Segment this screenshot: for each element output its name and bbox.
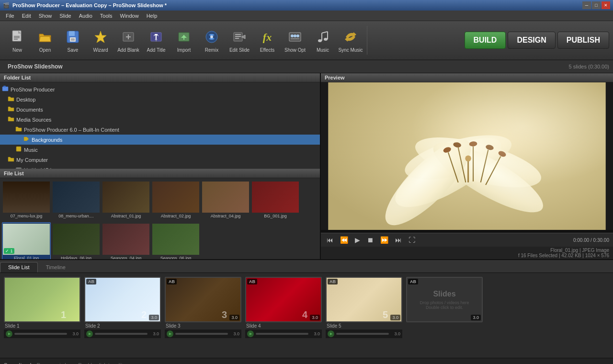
soundtrack-bar[interactable]: Soundtrack Drop music here. Double click… — [0, 358, 613, 364]
file-grid[interactable]: 07_menu-lux.jpg08_menu-urban....Abstract… — [0, 178, 320, 259]
slide-progress-s3: ▶ 3.0 — [165, 330, 241, 338]
preview-next-frame[interactable]: ⏩ — [378, 235, 390, 245]
toolbar-btn-add-title[interactable]: TAdd Title — [143, 23, 170, 57]
file-thumb-f8[interactable]: Holidays_06.jpg — [52, 222, 101, 259]
toolbar-separator — [367, 26, 367, 55]
svg-rect-4 — [14, 39, 18, 40]
toolbar-btn-import[interactable]: Import — [170, 23, 197, 57]
slide-progress-s4: ▶ 3.0 — [245, 330, 322, 338]
add-title-icon: T — [148, 28, 165, 46]
folder-item-desktop[interactable]: Desktop — [0, 94, 320, 104]
slide-item-s2[interactable]: AB3.02Slide 2 ▶ 3.0 — [84, 277, 161, 354]
svg-rect-26 — [235, 38, 239, 39]
minimize-button[interactable]: ─ — [582, 1, 591, 9]
menu-item-edit[interactable]: Edit — [18, 12, 35, 20]
menu-item-file[interactable]: File — [2, 12, 18, 20]
file-thumb-f1[interactable]: 07_menu-lux.jpg — [2, 180, 51, 221]
placeholder-hint2: Double click to edit. — [426, 305, 463, 310]
toolbar-btn-new[interactable]: New — [4, 23, 31, 57]
file-thumb-img-f8 — [53, 224, 100, 255]
tab-slide-list[interactable]: Slide List — [0, 262, 38, 273]
timeline-tabs: Slide ListTimeline — [0, 260, 613, 273]
slide-play-s3[interactable]: ▶ — [167, 330, 173, 337]
main-area: Folder List ProShow ProducerDesktopDocum… — [0, 73, 613, 364]
toolbar-btn-add-blank[interactable]: Add Blank — [115, 23, 142, 57]
ab-badge-s2: AB — [86, 279, 96, 284]
slide-play-s5[interactable]: ▶ — [328, 330, 334, 337]
toolbar-btn-remix[interactable]: Remix — [198, 23, 225, 57]
slide-play-s4[interactable]: ▶ — [247, 330, 254, 337]
slide-item-s1[interactable]: 1Slide 1 ▶ 3.0 — [4, 277, 80, 354]
preview-fullscreen[interactable]: ⛶ — [407, 235, 417, 245]
slide-dur-s5: 3.0 — [391, 331, 400, 336]
folder-item-my-computer[interactable]: My Computer — [0, 155, 320, 165]
folder-item-backgrounds[interactable]: Backgrounds — [0, 135, 320, 145]
folder-tree[interactable]: ProShow ProducerDesktopDocumentsMedia So… — [0, 82, 320, 169]
mode-btn-design[interactable]: DESIGN — [508, 32, 555, 49]
slide-bar-s1 — [14, 333, 67, 335]
menu-item-tools[interactable]: Tools — [96, 12, 116, 20]
file-thumb-img-f2 — [53, 182, 100, 213]
menu-item-audio[interactable]: Audio — [75, 12, 96, 20]
file-thumb-f9[interactable]: Seasons_04.jpg — [102, 222, 150, 259]
menu-item-window[interactable]: Window — [116, 12, 143, 20]
menu-item-show[interactable]: Show — [35, 12, 56, 20]
file-thumb-f5[interactable]: Abstract_04.jpg — [201, 180, 250, 221]
toolbar-btn-sync-music[interactable]: Sync Music — [337, 23, 364, 57]
file-thumb-f3[interactable]: Abstract_01.jpg — [102, 180, 150, 221]
open-icon — [36, 28, 54, 46]
folder-item-documents[interactable]: Documents — [0, 104, 320, 114]
title-bar: 🎬 ProShow Producer – Evaluation Copy – P… — [0, 0, 613, 11]
toolbar-btn-music[interactable]: Music — [309, 23, 336, 57]
file-label-f9: Seasons_04.jpg — [103, 256, 149, 259]
preview-prev-frame[interactable]: ⏪ — [338, 235, 350, 245]
slide-list-area[interactable]: 1Slide 1 ▶ 3.0 AB3.02Slide 2 ▶ 3.0 AB3.0… — [0, 273, 613, 358]
ab-badge-s5: AB — [328, 279, 338, 284]
toolbar-btn-edit-slide[interactable]: Edit Slide — [226, 23, 253, 57]
maximize-button[interactable]: □ — [592, 1, 601, 9]
folder-item-drive-c[interactable]: Untitled (C:) — [0, 165, 320, 169]
preview-stop[interactable]: ⏹ — [365, 235, 375, 245]
effects-label: Effects — [260, 47, 274, 53]
toolbar-btn-open[interactable]: Open — [32, 23, 58, 57]
slide-item-s5[interactable]: AB3.05Slide 5 ▶ 3.0 — [326, 277, 402, 354]
tab-timeline[interactable]: Timeline — [38, 262, 74, 273]
file-label-f3: Abstract_01.jpg — [103, 214, 149, 218]
slide-play-s2[interactable]: ▶ — [86, 330, 93, 337]
preview-skip-end[interactable]: ⏭ — [393, 235, 404, 245]
preview-panel: Preview — [321, 73, 613, 259]
toolbar-btn-save[interactable]: Save — [59, 23, 86, 57]
app-icon: 🎬 — [3, 2, 10, 9]
slide-item-s4[interactable]: AB3.04Slide 4 ▶ 3.0 — [245, 277, 322, 354]
slide-placeholder[interactable]: AB3.0SlidesDrop photos / videos hereDoub… — [406, 277, 483, 354]
file-thumb-img-f1 — [3, 182, 50, 213]
slide-info-s4: Slide 4 — [245, 322, 322, 330]
wizard-icon — [92, 28, 109, 46]
toolbar-btn-show-opt[interactable]: Show Opt — [282, 23, 308, 57]
slide-play-s1[interactable]: ▶ — [6, 330, 12, 337]
folder-item-proshow-producer[interactable]: ProShow Producer — [0, 84, 320, 94]
preview-files-count: 16 Files Selected — [521, 253, 557, 258]
menu-item-slide[interactable]: Slide — [56, 12, 75, 20]
preview-play[interactable]: ▶ — [353, 235, 362, 245]
preview-progress-bar[interactable] — [321, 230, 613, 233]
mode-btn-publish[interactable]: PUBLISH — [557, 32, 609, 49]
folder-item-music[interactable]: Music — [0, 145, 320, 155]
music-icon — [314, 28, 331, 46]
preview-skip-start[interactable]: ⏮ — [325, 235, 335, 245]
file-thumb-f7[interactable]: ✓ 1Floral_01.jpg — [2, 222, 51, 259]
file-thumb-f2[interactable]: 08_menu-urban.... — [52, 180, 101, 221]
slide-item-s3[interactable]: AB3.03Slide 3 ▶ 3.0 — [165, 277, 241, 354]
toolbar-btn-effects[interactable]: fxEffects — [254, 23, 281, 57]
menu-item-help[interactable]: Help — [143, 12, 161, 20]
folder-label-proshow-built-in: ProShow Producer 6.0 – Built-In Content — [24, 127, 119, 133]
toolbar-btn-wizard[interactable]: Wizard — [87, 23, 114, 57]
mode-btn-build[interactable]: BUILD — [465, 32, 506, 49]
folder-item-media-sources[interactable]: Media Sources — [0, 114, 320, 125]
file-thumb-f4[interactable]: Abstract_02.jpg — [151, 180, 200, 221]
file-thumb-f6[interactable]: BG_001.jpg — [251, 180, 300, 221]
file-thumb-f10[interactable]: Seasons_06.jpg — [151, 222, 200, 259]
close-button[interactable]: ✕ — [602, 1, 610, 9]
folder-item-proshow-built-in[interactable]: ProShow Producer 6.0 – Built-In Content — [0, 125, 320, 135]
slide-bar-s4 — [256, 333, 308, 335]
